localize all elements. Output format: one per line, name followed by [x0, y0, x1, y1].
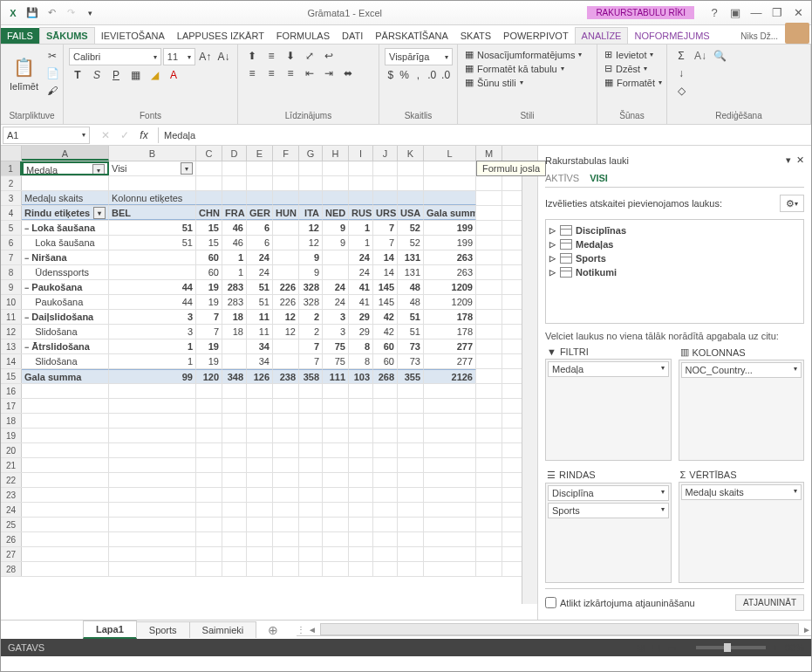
cell[interactable] [349, 473, 373, 487]
cell[interactable] [398, 488, 424, 502]
wrap-text-icon[interactable]: ↩ [320, 48, 338, 64]
cell[interactable] [22, 176, 109, 190]
row-header[interactable]: 4 [1, 206, 22, 220]
cell[interactable] [222, 547, 247, 561]
minimize-icon[interactable]: — [748, 5, 764, 21]
cell[interactable]: Slidošana [22, 325, 109, 339]
cell[interactable]: 355 [398, 369, 424, 383]
cell[interactable] [398, 473, 424, 487]
cell[interactable] [398, 429, 424, 442]
cell[interactable] [476, 503, 502, 517]
cell[interactable]: 75 [323, 339, 349, 353]
row-header[interactable]: 27 [1, 547, 22, 561]
row-header[interactable]: 3 [1, 191, 22, 205]
cell[interactable] [109, 414, 196, 428]
field-item[interactable]: ▷Sports [549, 251, 800, 265]
defer-layout-checkbox[interactable]: Atlikt izkārtojuma atjaunināšanu [545, 597, 695, 608]
cell[interactable]: 1 [349, 221, 373, 235]
cell[interactable] [273, 176, 299, 190]
cell[interactable] [424, 458, 476, 472]
cell[interactable] [349, 191, 373, 205]
cell[interactable] [323, 488, 349, 502]
cell[interactable] [349, 547, 373, 561]
column-header[interactable]: F [273, 146, 299, 161]
cell[interactable]: 199 [424, 221, 476, 235]
cell[interactable] [323, 547, 349, 561]
number-format-combo[interactable]: Vispārīga▾ [385, 48, 453, 65]
cell[interactable] [273, 503, 299, 517]
cell[interactable]: − Loka šaušana [22, 221, 109, 235]
cell[interactable] [476, 532, 502, 546]
cell[interactable] [424, 176, 476, 190]
row-header[interactable]: 15 [1, 369, 22, 383]
fill-icon[interactable]: ↓ [672, 65, 690, 81]
cell[interactable] [196, 473, 222, 487]
tab-data[interactable]: DATI [336, 28, 369, 44]
cell[interactable] [323, 161, 349, 175]
cell[interactable] [424, 443, 476, 457]
cell[interactable] [299, 562, 323, 576]
tab-layout[interactable]: LAPPUSES IZKĀRT [171, 28, 270, 44]
cell[interactable]: 12 [273, 325, 299, 339]
column-header[interactable]: I [349, 146, 373, 161]
cell[interactable]: 145 [373, 295, 398, 309]
cell[interactable] [349, 532, 373, 546]
cell[interactable] [247, 458, 273, 472]
find-icon[interactable]: 🔍 [711, 48, 728, 64]
cell[interactable] [373, 414, 398, 428]
cell[interactable]: 60 [196, 265, 222, 279]
cell[interactable] [299, 473, 323, 487]
cell[interactable] [476, 310, 502, 324]
fill-color-icon[interactable]: ◢ [146, 67, 163, 83]
cell[interactable]: 15 [196, 236, 222, 250]
cell-styles-button[interactable]: ▦Šūnu stili▾ [463, 76, 591, 89]
cell[interactable] [196, 547, 222, 561]
horizontal-scrollbar[interactable] [320, 623, 799, 635]
cell[interactable]: CHN [196, 206, 222, 220]
cell[interactable] [22, 562, 109, 576]
cell[interactable] [398, 443, 424, 457]
bold-icon[interactable]: T [69, 67, 86, 83]
border-icon[interactable]: ▦ [126, 67, 144, 83]
cell[interactable]: 328 [299, 280, 323, 294]
cell[interactable]: 1 [349, 236, 373, 250]
cell[interactable]: 7 [299, 339, 323, 353]
cell[interactable]: 42 [373, 325, 398, 339]
cell[interactable] [373, 443, 398, 457]
select-all-corner[interactable] [1, 146, 22, 161]
cell[interactable] [373, 429, 398, 442]
cell[interactable] [22, 473, 109, 487]
cell[interactable] [273, 473, 299, 487]
cell[interactable]: Medaļu skaits [22, 191, 109, 205]
field-item[interactable]: ▷Notikumi [549, 265, 800, 279]
cell[interactable] [109, 384, 196, 398]
cell[interactable] [349, 458, 373, 472]
field-item[interactable]: ▷Disciplīnas [549, 223, 800, 237]
close-icon[interactable]: ✕ [790, 5, 806, 21]
area-columns[interactable]: NOC_Country...▾ [679, 360, 805, 461]
cell[interactable] [299, 429, 323, 442]
cell[interactable]: 199 [424, 236, 476, 250]
cell[interactable] [109, 176, 196, 190]
cell[interactable]: Ūdenssports [22, 265, 109, 279]
row-header[interactable]: 16 [1, 384, 22, 398]
cell[interactable] [323, 265, 349, 279]
cell[interactable] [349, 429, 373, 442]
cell[interactable] [476, 265, 502, 279]
cut-icon[interactable]: ✂ [44, 48, 61, 64]
cell[interactable] [424, 429, 476, 442]
tab-home[interactable]: SĀKUMS [39, 27, 95, 44]
cell[interactable] [299, 488, 323, 502]
cell[interactable] [273, 191, 299, 205]
cell[interactable] [22, 443, 109, 457]
zoom-slider[interactable] [696, 646, 766, 649]
cell[interactable] [299, 384, 323, 398]
cell[interactable] [398, 518, 424, 531]
clear-icon[interactable]: ◇ [672, 83, 690, 99]
zoom-level[interactable]: 90% [785, 642, 804, 653]
tab-file[interactable]: FAILS [1, 28, 39, 44]
cell[interactable] [109, 503, 196, 517]
pane-close-icon[interactable]: ✕ [796, 154, 804, 165]
sheet-tab[interactable]: Sports [136, 621, 190, 638]
font-size-combo[interactable]: 11▾ [163, 48, 195, 65]
